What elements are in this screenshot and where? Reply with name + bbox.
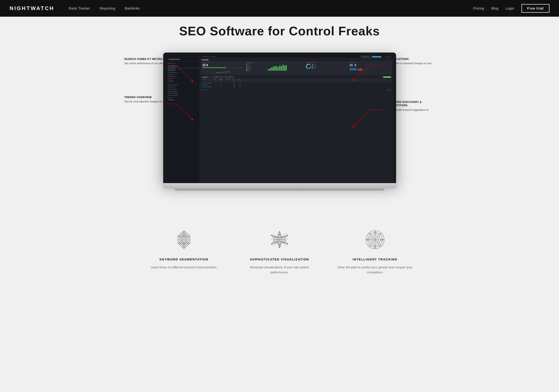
dash-sidebar-over200: Over 200 nr [166,78,200,80]
dash-sidebar-console: Search Console data [166,95,200,97]
feature-card-tracking: INTELLIGENT TRACKING Clear the path to p… [337,229,413,275]
dash-date-range: ▦ LAST YEAR [385,56,391,57]
dash-sidebar-branded: Branded keywords 2 [166,71,200,73]
svg-rect-20 [281,66,282,71]
nav-link-reporting[interactable]: Reporting [100,6,115,10]
dash-scroll-bar[interactable]: ▬▬ [388,89,390,91]
dash-main: NIGHTWATCH.IO › KEYWORDS ⊕ COMPETITORS 5… [200,55,393,183]
laptop-frame: ☽ nightwatch KUNDL Websites ⬛ Nightwatch… [163,53,396,191]
nav-link-login[interactable]: Login [505,6,514,10]
dash-down-value: 8 [355,64,356,67]
nav-link-backlinks[interactable]: Backlinks [125,6,140,10]
dash-search-vis-label: SEARCH VISIBILITY ℹ [246,62,303,63]
flower-icon [269,229,290,250]
svg-rect-14 [271,68,273,71]
dashboard-ui: ☽ nightwatch KUNDL Websites ⬛ Nightwatch… [166,55,393,183]
dash-kw-cell-2: 🌐 en ranktrackt [203,84,212,85]
hero-title: SEO Software for Control Freaks [0,24,559,38]
dash-logo: ☽ nightwatch [166,57,200,62]
dash-add-keywords-btn[interactable]: + ADD KEYWORDS [383,76,391,78]
dash-sidebar-newview: ⊕ New view [166,80,200,82]
dash-sidebar-newgraph: ⊕ New graph [166,99,200,101]
dash-sidebar-ga: GA data [166,97,200,99]
dash-kw-cell-3: 🌐 en youtube rank tracking [203,86,212,88]
dash-sidebar-rank-tracker: "rank tracker" ke... [166,86,200,88]
dash-sidebar: ☽ nightwatch KUNDL Websites ⬛ Nightwatch… [166,55,200,183]
dash-competitors-btn[interactable]: ⊕ COMPETITORS 5 [361,56,371,58]
dash-organic-2: 1 [219,84,224,85]
svg-rect-17 [276,66,277,71]
dash-keywords-section: KEYWORDS (49) ☐ ACTIONS ▾ ⚙ 🔍 FILTERS ▾ [201,75,391,91]
free-trial-button[interactable]: Free trial [522,4,550,13]
nav-link-rank-tracker[interactable]: Rank Tracker [69,6,90,10]
feature-title-tracking: INTELLIGENT TRACKING [353,258,397,261]
dash-metric-avg-position: AVERAGE POSITION ℹ 22.9 [201,61,244,74]
dash-sidebar-analytics: Search Analytics data [166,92,200,95]
dash-content: OVERVIEW AVERAGE POSITION ℹ 22.9 [200,58,393,183]
dash-topbar: NIGHTWATCH.IO › KEYWORDS ⊕ COMPETITORS 5… [200,55,393,58]
svg-rect-15 [273,67,274,71]
dash-metric-search-vis: SEARCH VISIBILITY ℹ Indexed Pages 60→ 80… [245,61,304,74]
dashboard-annotations: SEARCH VISIBILITY METRICS See search per… [124,53,435,191]
features-grid: KEYWORD SEGMENTATION Laser-focus on diff… [136,229,423,275]
dash-rank-2: 1 [214,84,217,85]
dash-updown-label: KEYWORDS UP/DOWN [350,62,391,63]
table-row: 🌐 en ranktrackt 1 1 •••••••••• 880 1.48 [202,84,391,86]
dash-rank-3: 2 [214,86,217,88]
laptop-base [163,183,396,188]
mandala-icon [364,229,386,250]
svg-rect-13 [270,68,271,71]
dash-sidebar-kundl: KUNDL Websites [166,63,200,65]
nav-right: Pricing Blog Login Free trial [473,4,550,13]
nav-link-blog[interactable]: Blog [491,6,498,10]
dash-sidebar-clicks: Clicks vs potential [166,88,200,90]
dash-col-rank: RANK ↕ [214,79,217,82]
dash-kw-search[interactable]: 🔍 [225,76,228,78]
svg-rect-21 [283,65,284,71]
dash-kw-dist-label: KEYWORD DISTRIBUTION [306,62,347,63]
dash-sidebar-keywords: ☰ KEYWORDS [166,67,200,69]
dash-evolution-2: •••••••••• [225,84,230,85]
dashboard-section: SEARCH VISIBILITY METRICS See search per… [0,53,559,210]
dash-evolution-3: ••••••• ▪▪ [225,86,230,88]
dash-table-header: KEYWORD RANK ↕ ORGANIC RANK ↕ EVOLUTION … [202,79,391,82]
dash-sidebar-kw-up: Keywords up 2 [166,73,200,76]
dash-cpc-2: 1.48 [238,84,242,85]
svg-rect-16 [274,66,276,71]
dash-col-evolution: EVOLUTION ↕ [225,79,230,82]
dash-col-cpc: CPC (GLOBAL) ↕ [238,79,242,82]
dash-sidebar-all-kw: All Keywords 49 [166,69,200,71]
dash-keywords-header: KEYWORDS (49) ☐ ACTIONS ▾ ⚙ 🔍 FILTERS ▾ [202,76,391,78]
dash-kw-filters-btn[interactable]: FILTERS ▾ [228,76,234,78]
dash-sidebar-rank-graph: Rank tracker graph [166,90,200,92]
dash-kw-filter-icon[interactable]: ⚙ [221,76,223,78]
dash-col-keyword: KEYWORD [203,79,212,82]
dash-avg-pos-value: 22.9 [202,64,243,67]
dash-metrics-row: AVERAGE POSITION ℹ 22.9 [201,61,391,74]
table-row: 🌐 en youtube rank tracking 2 2 ••••••• ▪… [202,86,391,89]
diamond-icon [173,229,195,250]
dash-organic-3: 2 [219,86,224,88]
feature-title-keyword-segmentation: KEYWORD SEGMENTATION [159,258,208,261]
dash-create-view[interactable]: ⊕ Create view ▬▬ [202,89,391,91]
dash-cpc-1: 0 [238,82,242,83]
svg-rect-19 [279,65,280,71]
dash-kw-cell-1: 🌐 en best seo rank tracker [203,82,212,83]
dash-export-btn[interactable]: ⬇ EXPORT REPORT [372,56,382,57]
dash-sidebar-kw-down: Keywords down 4 [166,76,200,78]
dash-cpc-3: 3.82 [238,86,242,88]
dash-metric-updown: KEYWORDS UP/DOWN 23 ~ 8 ↑↑ [349,61,392,74]
dash-breadcrumb: NIGHTWATCH.IO › KEYWORDS [202,56,216,57]
nav-link-pricing[interactable]: Pricing [473,6,484,10]
dash-kw-checkbox[interactable]: ☐ [211,76,214,78]
dash-kw-actions[interactable]: ACTIONS ▾ [214,76,220,78]
dash-organic-1: 1 [219,82,224,83]
laptop-screen-outer: ☽ nightwatch KUNDL Websites ⬛ Nightwatch… [163,53,396,183]
navbar: NIGHTWATCH Rank Tracker Reporting Backli… [0,0,559,17]
features-section: KEYWORD SEGMENTATION Laser-focus on diff… [0,210,559,299]
dash-col-organic: ORGANIC RANK ↕ [219,79,224,82]
svg-rect-18 [278,67,279,71]
dash-sv-1: 360 [232,82,236,83]
feature-title-visualization: SOPHISTICATED VISUALIZATION [250,258,309,261]
laptop-bottom [175,188,384,191]
